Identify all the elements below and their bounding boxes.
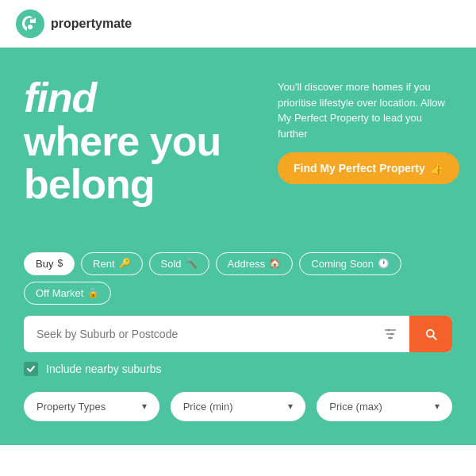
search-bar bbox=[24, 316, 452, 352]
tab-coming-soon[interactable]: Coming Soon 🕐 bbox=[299, 252, 401, 275]
hero-right: You'll discover more homes if you priori… bbox=[278, 76, 452, 184]
cta-button[interactable]: Find My Perfect Property 👍 bbox=[278, 152, 459, 184]
chevron-down-icon: ▾ bbox=[435, 401, 440, 412]
nearby-suburbs-checkbox[interactable] bbox=[24, 362, 38, 376]
tab-rent[interactable]: Rent 🔑 bbox=[81, 252, 142, 275]
nearby-suburbs-row: Include nearby suburbs bbox=[24, 362, 452, 376]
tab-rent-label: Rent bbox=[93, 258, 114, 270]
tab-address-icon: 🏠 bbox=[269, 258, 281, 269]
checkmark-icon bbox=[26, 364, 36, 374]
svg-point-1 bbox=[28, 25, 33, 29]
tab-buy-label: Buy bbox=[36, 258, 53, 270]
chevron-down-icon: ▾ bbox=[288, 401, 293, 412]
tab-off-market[interactable]: Off Market 🔒 bbox=[24, 282, 111, 305]
search-icon bbox=[424, 327, 438, 341]
tab-buy-icon: $ bbox=[57, 258, 63, 269]
logo-text: propertymate bbox=[51, 17, 132, 31]
dropdowns-row: Property Types ▾ Price (min) ▾ Price (ma… bbox=[24, 392, 452, 421]
filter-icon bbox=[382, 326, 398, 342]
tab-off-market-icon: 🔒 bbox=[87, 287, 99, 298]
headline-line1: find bbox=[24, 76, 221, 120]
cta-label: Find My Perfect Property bbox=[294, 162, 425, 175]
property-types-dropdown[interactable]: Property Types ▾ bbox=[24, 392, 159, 421]
tab-sold-label: Sold bbox=[161, 258, 182, 270]
svg-point-5 bbox=[388, 328, 390, 331]
tab-sold[interactable]: Sold 🔨 bbox=[149, 252, 209, 275]
svg-point-0 bbox=[16, 10, 44, 38]
price-min-label: Price (min) bbox=[183, 401, 233, 413]
header: propertymate bbox=[0, 0, 476, 48]
price-max-dropdown[interactable]: Price (max) ▾ bbox=[317, 392, 452, 421]
search-area: Buy $ Rent 🔑 Sold 🔨 Address 🏠 Coming Soo… bbox=[0, 252, 476, 445]
headline-line3: belong bbox=[24, 163, 221, 206]
tab-address[interactable]: Address 🏠 bbox=[216, 252, 294, 275]
hero-headline: find where you belong bbox=[24, 76, 221, 206]
filter-button[interactable] bbox=[371, 326, 409, 342]
chevron-down-icon: ▾ bbox=[142, 401, 147, 412]
cta-icon: 👍 bbox=[430, 162, 443, 175]
headline-line2: where you bbox=[24, 120, 221, 163]
search-button[interactable] bbox=[409, 316, 452, 352]
nearby-suburbs-label: Include nearby suburbs bbox=[46, 363, 162, 375]
tab-rent-icon: 🔑 bbox=[119, 258, 131, 269]
tab-address-label: Address bbox=[228, 258, 266, 270]
tab-off-market-label: Off Market bbox=[36, 287, 83, 299]
tab-buy[interactable]: Buy $ bbox=[24, 252, 75, 275]
search-tabs: Buy $ Rent 🔑 Sold 🔨 Address 🏠 Coming Soo… bbox=[24, 252, 452, 305]
logo-icon bbox=[16, 10, 44, 38]
svg-point-6 bbox=[391, 332, 393, 335]
tab-coming-soon-icon: 🕐 bbox=[378, 258, 390, 269]
hero-section: find where you belong You'll discover mo… bbox=[0, 48, 476, 252]
svg-point-7 bbox=[390, 336, 392, 339]
search-input[interactable] bbox=[24, 317, 371, 351]
tab-sold-icon: 🔨 bbox=[186, 258, 198, 269]
property-types-label: Property Types bbox=[36, 401, 106, 413]
hero-tagline: You'll discover more homes if you priori… bbox=[278, 79, 452, 141]
tab-coming-soon-label: Coming Soon bbox=[311, 258, 374, 270]
price-min-dropdown[interactable]: Price (min) ▾ bbox=[171, 392, 306, 421]
logo: propertymate bbox=[16, 10, 132, 38]
price-max-label: Price (max) bbox=[329, 401, 382, 413]
